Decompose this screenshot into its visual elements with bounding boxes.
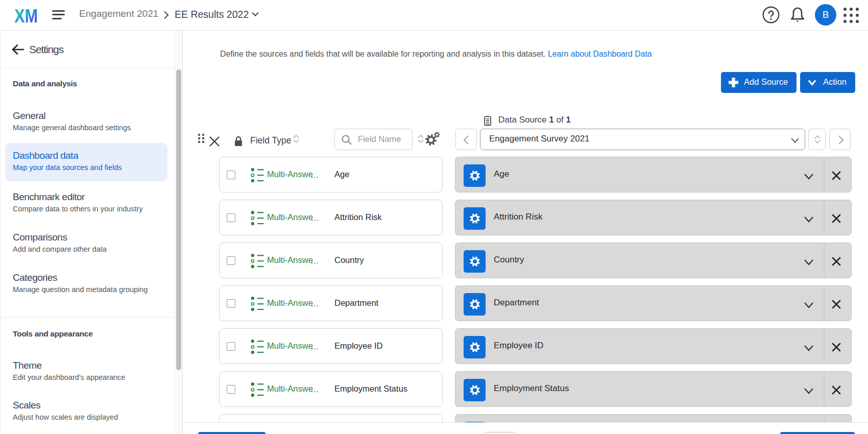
svg-text:XM: XM — [14, 7, 38, 25]
